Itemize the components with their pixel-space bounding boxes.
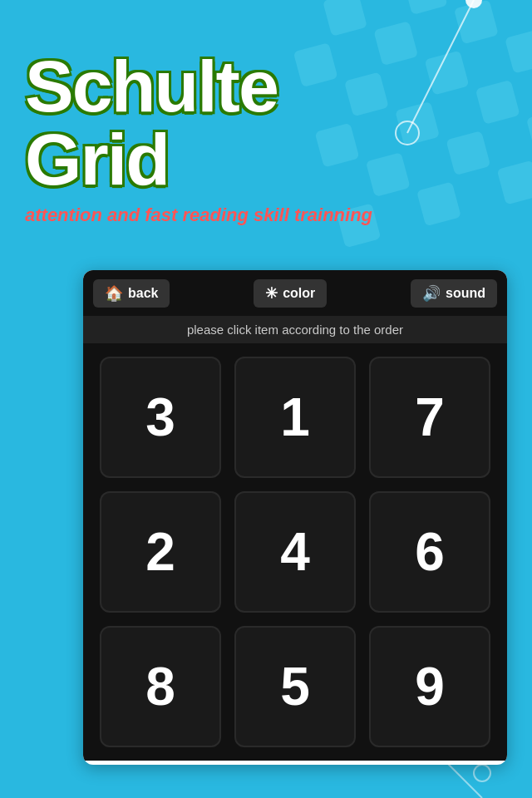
grid-cell-6[interactable]: 6 [369,491,490,613]
color-label: color [283,286,315,301]
grid-cell-1[interactable]: 1 [234,357,356,478]
sound-button[interactable]: 🔊 sound [411,279,497,308]
header: Schulte Grid attention and fast reading … [25,50,372,226]
grid-cell-8[interactable]: 8 [100,626,221,747]
title-line2: Grid [25,123,372,196]
home-icon: 🏠 [105,284,123,303]
grid-cell-5[interactable]: 5 [234,626,356,747]
sound-icon: 🔊 [422,284,441,303]
instruction-bar: please click item according to the order [83,316,507,343]
grid-cell-9[interactable]: 9 [369,626,490,747]
toolbar: 🏠 back ✳ color 🔊 sound [83,270,507,316]
grid-cell-3[interactable]: 3 [100,357,221,478]
title: Schulte Grid [25,50,372,196]
instruction-text: please click item according to the order [187,323,403,337]
sound-label: sound [446,286,485,301]
grid-cell-7[interactable]: 7 [369,357,490,478]
color-icon: ✳ [265,284,278,303]
number-grid: 317246859 [83,343,507,761]
svg-point-4 [474,765,490,781]
subtitle: attention and fast reading skill trainni… [25,204,372,226]
back-button[interactable]: 🏠 back [93,279,170,308]
back-label: back [128,286,158,301]
grid-cell-2[interactable]: 2 [100,491,221,613]
color-button[interactable]: ✳ color [254,279,327,308]
grid-cell-4[interactable]: 4 [234,491,356,613]
game-panel: 🏠 back ✳ color 🔊 sound please click item… [83,270,507,765]
title-line1: Schulte [25,50,372,123]
